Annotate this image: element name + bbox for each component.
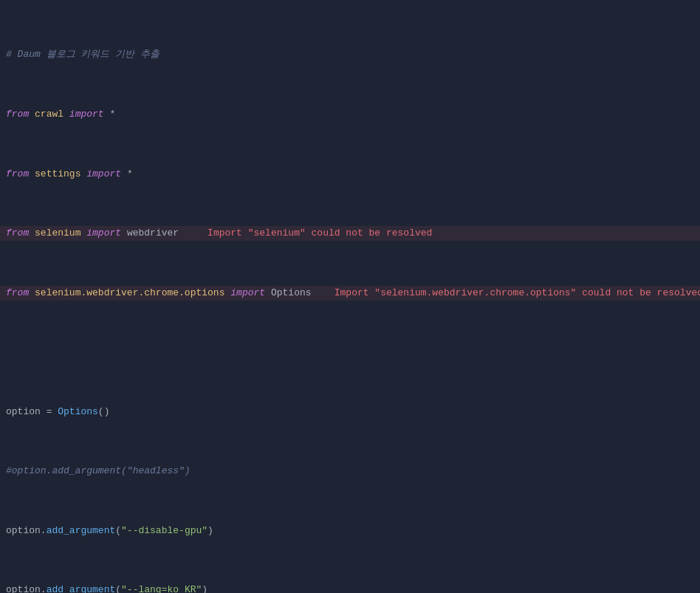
line-from-settings: from settings import * [0, 167, 700, 182]
line-from-selenium: from selenium import webdriver Import "s… [0, 226, 700, 241]
line-blank-1 [0, 345, 700, 360]
line-from-selenium-webdriver: from selenium.webdriver.chrome.options i… [0, 286, 700, 301]
line-option-gpu: option.add_argument("--disable-gpu") [0, 524, 700, 538]
line-comment-headless: #option.add_argument("headless") [0, 464, 700, 479]
line-option-lang: option.add_argument("--lang=ko_KR") [0, 583, 700, 593]
line-comment-heading: # Daum 블로그 키워드 기반 추출 [0, 47, 700, 62]
code-editor: # Daum 블로그 키워드 기반 추출 from crawl import *… [0, 0, 700, 593]
line-option-options: option = Options() [0, 405, 700, 419]
line-from-crawl: from crawl import * [0, 107, 700, 122]
